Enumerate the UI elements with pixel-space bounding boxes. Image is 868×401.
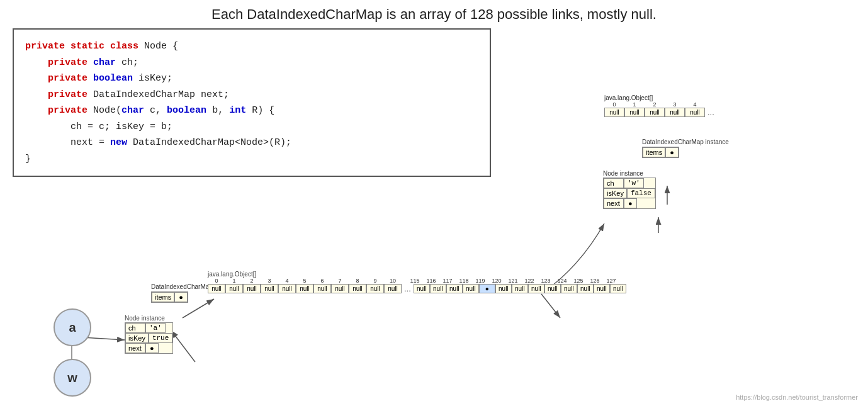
- svg-line-4: [541, 294, 560, 318]
- diagram: a w Node instance ch 'a' isKey true next…: [0, 28, 868, 401]
- aw-connector: [70, 346, 73, 360]
- iskey-label-bottom: isKey: [125, 333, 149, 343]
- next-label-top: next: [604, 198, 624, 208]
- iskey-val-top: false: [627, 188, 655, 198]
- ch-val-bottom: 'a': [145, 323, 166, 333]
- next-label-bottom: next: [125, 343, 145, 353]
- dicm-items-label-bottom: items: [152, 292, 174, 302]
- node-instance-top-label: Node instance: [603, 170, 656, 177]
- dicm-items-dot-bottom: ●: [174, 292, 188, 302]
- next-dot-bottom: ●: [145, 343, 159, 353]
- dicm-top: DataIndexedCharMap instance items ●: [642, 138, 729, 158]
- node-w-label: w: [67, 371, 77, 385]
- ch-val-top: 'w': [624, 178, 644, 188]
- top-array: java.lang.Object[] 0 1 2 3 4 null null n…: [604, 94, 717, 117]
- iskey-val-bottom: true: [149, 333, 172, 343]
- dicm-top-label: DataIndexedCharMap instance: [642, 138, 729, 145]
- watermark: https://blog.csdn.net/tourist_transforme…: [736, 393, 858, 401]
- next-dot-top: ●: [624, 198, 637, 208]
- svg-line-2: [171, 330, 195, 362]
- iskey-label-top: isKey: [604, 188, 627, 198]
- ch-label-bottom: ch: [125, 323, 145, 333]
- top-array-type: java.lang.Object[]: [604, 94, 717, 101]
- node-instance-bottom-label: Node instance: [125, 315, 173, 322]
- node-w-circle: w: [54, 359, 91, 397]
- dicm-items-label-top: items: [643, 147, 665, 157]
- dicm-items-dot-top: ●: [665, 147, 679, 157]
- ch-label-top: ch: [604, 178, 624, 188]
- node-instance-top: Node instance ch 'w' isKey false next ●: [603, 170, 656, 209]
- node-a-label: a: [69, 320, 76, 335]
- node-instance-bottom: Node instance ch 'a' isKey true next ●: [125, 315, 173, 354]
- bottom-array: java.lang.Object[] 0 1 2 3 4 5 6 7 8 9 1…: [208, 271, 626, 293]
- bottom-array-type: java.lang.Object[]: [208, 271, 626, 278]
- title: Each DataIndexedCharMap is an array of 1…: [0, 0, 868, 28]
- node-a-circle: a: [54, 308, 91, 346]
